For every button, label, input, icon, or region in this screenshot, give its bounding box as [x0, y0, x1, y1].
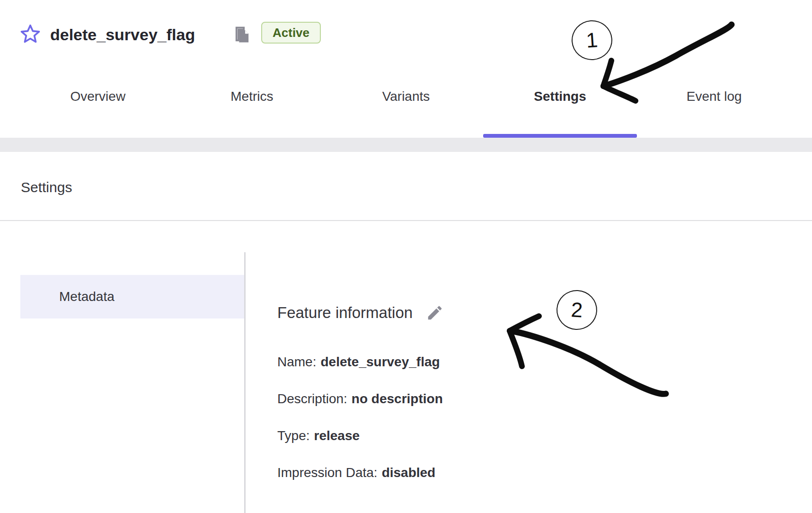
impression-data-value: disabled [382, 465, 436, 480]
active-tab-indicator [483, 134, 637, 138]
feature-info-rows: Name:delete_survey_flag Description:no d… [277, 353, 703, 500]
tab-event-log[interactable]: Event log [637, 69, 791, 138]
section-divider-band [0, 138, 812, 152]
header: delete_survey_flag Active [0, 0, 812, 70]
metadata-panel: Feature information Name:delete_survey_f… [277, 221, 750, 513]
tab-variants[interactable]: Variants [329, 69, 483, 138]
tab-metrics[interactable]: Metrics [175, 69, 329, 138]
description-label: Description: [277, 391, 347, 406]
description-value: no description [352, 391, 443, 406]
sidebar-item-metadata[interactable]: Metadata [20, 275, 244, 318]
info-row-impression-data: Impression Data:disabled [277, 463, 703, 482]
type-label: Type: [277, 428, 309, 443]
feature-flag-settings-page: delete_survey_flag Active Overview Metri… [0, 0, 812, 513]
edit-pencil-icon[interactable] [426, 304, 444, 322]
copy-icon[interactable] [234, 25, 250, 45]
tab-settings[interactable]: Settings [483, 69, 637, 138]
tab-settings-label: Settings [534, 89, 586, 104]
tab-overview[interactable]: Overview [21, 69, 175, 138]
feature-information-header: Feature information [277, 303, 444, 323]
info-row-name: Name:delete_survey_flag [277, 353, 703, 371]
settings-content: Metadata Feature information Name:delete… [0, 221, 812, 513]
impression-data-label: Impression Data: [277, 465, 378, 480]
status-badge: Active [261, 22, 321, 44]
sidebar-divider [244, 252, 246, 513]
type-value: release [314, 428, 360, 443]
info-row-type: Type:release [277, 426, 703, 445]
settings-header-section: Settings [0, 152, 812, 221]
info-row-description: Description:no description [277, 389, 703, 408]
annotation-step-2-number: 2 [570, 298, 583, 322]
page-heading: Settings [21, 177, 72, 197]
name-value: delete_survey_flag [320, 354, 440, 369]
annotation-step-1-number: 1 [585, 28, 599, 53]
name-label: Name: [277, 354, 316, 369]
page-title: delete_survey_flag [50, 0, 195, 69]
favorite-star-icon[interactable] [20, 24, 41, 44]
section-heading: Feature information [277, 303, 413, 323]
tab-bar: Overview Metrics Variants Settings Event… [0, 69, 812, 138]
